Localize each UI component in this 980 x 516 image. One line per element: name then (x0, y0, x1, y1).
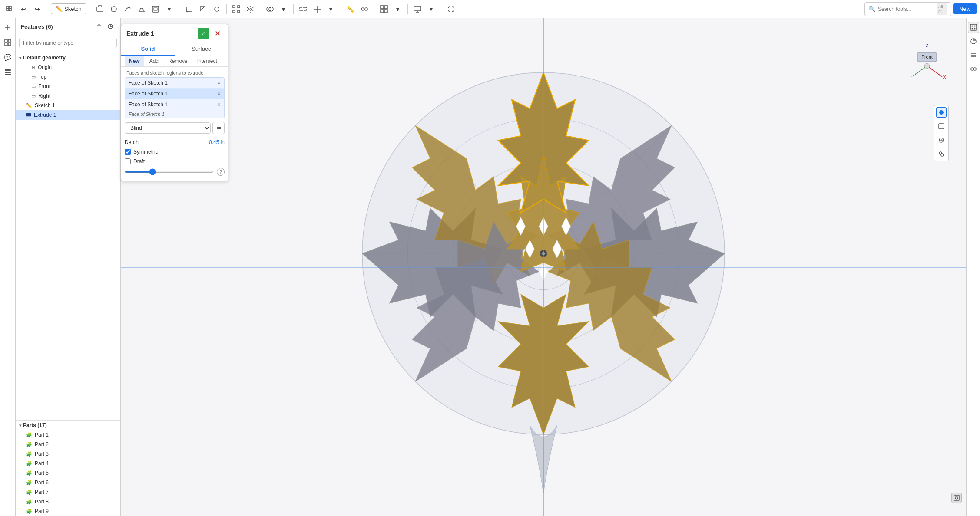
sweep-icon[interactable] (122, 3, 134, 15)
right-icon-materials[interactable] (968, 63, 979, 75)
part9-label: Part 9 (35, 508, 49, 514)
right-icon-display[interactable] (968, 22, 979, 33)
axis-icon[interactable] (311, 3, 323, 15)
type-tabs: Solid Surface (121, 43, 228, 56)
subtab-new[interactable]: New (125, 56, 144, 66)
tree-item-part8[interactable]: 🧩 Part 8 (16, 497, 120, 506)
more-features-icon[interactable]: ▾ (163, 3, 175, 15)
grid-icon[interactable] (3, 3, 16, 15)
tree-item-front[interactable]: ▭ Front (16, 82, 120, 91)
slider-row: ? (125, 166, 225, 177)
redo-icon[interactable]: ↪ (31, 3, 43, 15)
right-icon-appearance[interactable] (968, 36, 979, 47)
more-icon5[interactable]: ▾ (425, 3, 437, 15)
cancel-button[interactable]: ✕ (212, 28, 223, 39)
svg-rect-42 (26, 113, 31, 116)
display-icon[interactable] (411, 3, 424, 15)
tree-item-part4[interactable]: 🧩 Part 4 (16, 459, 120, 468)
tree-item-top[interactable]: ▭ Top (16, 72, 120, 82)
right-icon-properties[interactable] (968, 49, 979, 61)
sketch-button[interactable]: ✏️ Sketch (51, 3, 86, 14)
fullscreen-icon[interactable]: ⛶ (445, 3, 457, 15)
face-remove-2[interactable]: × (217, 90, 221, 97)
search-input[interactable] (878, 6, 934, 12)
mirror-icon[interactable] (244, 3, 256, 15)
zoom-fit-button[interactable] (951, 493, 962, 503)
face-item-1-label: Face of Sketch 1 (129, 80, 168, 86)
revolve-icon[interactable] (108, 3, 120, 15)
context-tool-3[interactable] (936, 135, 947, 145)
tree-item-extrude1[interactable]: Extrude 1 (16, 110, 120, 120)
depth-value[interactable]: 0.45 in (209, 139, 225, 145)
search-box[interactable]: 🔍 alt C (864, 2, 951, 16)
plane-icon[interactable] (297, 3, 309, 15)
history-icon[interactable] (106, 22, 115, 31)
orientation-gizmo[interactable]: Z X Front (905, 44, 940, 79)
loft-icon[interactable] (136, 3, 148, 15)
tree-section: ▾ Default geometry ⊕ Origin ▭ Top ▭ Fron… (16, 51, 120, 420)
face-item-2[interactable]: Face of Sketch 1 × (125, 89, 224, 99)
shell-icon[interactable] (149, 3, 162, 15)
flip-direction-button[interactable] (212, 122, 225, 134)
tree-item-part5[interactable]: 🧩 Part 5 (16, 468, 120, 478)
sep1 (47, 4, 47, 14)
hole-icon[interactable] (211, 3, 223, 15)
tree-item-part2[interactable]: 🧩 Part 2 (16, 440, 120, 449)
tree-item-part9[interactable]: 🧩 Part 9 (16, 506, 120, 516)
more-icon4[interactable]: ▾ (392, 3, 404, 15)
context-tool-1[interactable] (936, 107, 947, 118)
draft-checkbox[interactable] (125, 158, 131, 164)
tree-item-part1[interactable]: 🧩 Part 1 (16, 430, 120, 440)
chevron-icon: ▾ (19, 56, 21, 60)
tree-item-right[interactable]: ▭ Right (16, 91, 120, 101)
viewport[interactable]: Z X Front (121, 18, 966, 516)
view-icon[interactable] (378, 3, 390, 15)
svg-point-20 (365, 8, 368, 10)
filter-input[interactable] (19, 38, 117, 48)
tree-item-part6[interactable]: 🧩 Part 6 (16, 478, 120, 487)
front-label: Front (38, 83, 50, 89)
svg-rect-0 (7, 6, 9, 8)
pattern-icon[interactable] (230, 3, 242, 15)
tree-item-part3[interactable]: 🧩 Part 3 (16, 449, 120, 459)
tab-solid[interactable]: Solid (121, 43, 175, 56)
symmetric-checkbox[interactable] (125, 149, 131, 155)
depth-slider[interactable] (125, 171, 213, 173)
chamfer-icon[interactable] (197, 3, 209, 15)
extrude-icon[interactable] (94, 3, 106, 15)
confirm-button[interactable]: ✓ (198, 28, 209, 39)
svg-point-90 (973, 68, 976, 70)
part1-label: Part 1 (35, 432, 49, 438)
tab-surface[interactable]: Surface (175, 43, 228, 56)
tree-item-sketch1[interactable]: ✏️ Sketch 1 (16, 101, 120, 110)
face-remove-3[interactable]: × (217, 101, 221, 108)
face-item-1[interactable]: Face of Sketch 1 × (125, 78, 224, 89)
boolean-icon[interactable] (264, 3, 276, 15)
help-icon[interactable]: ? (217, 168, 225, 176)
features-panel-icon[interactable] (2, 66, 14, 78)
depth-type-select[interactable]: Blind (125, 122, 211, 134)
import-icon[interactable] (94, 22, 104, 31)
subtab-remove[interactable]: Remove (164, 56, 192, 66)
more-icon3[interactable]: ▾ (325, 3, 337, 15)
subtab-add[interactable]: Add (145, 56, 163, 66)
more-icon2[interactable]: ▾ (278, 3, 290, 15)
measure-icon[interactable]: 📏 (344, 3, 357, 15)
parts-icon[interactable] (2, 36, 14, 49)
mate-icon[interactable] (358, 3, 371, 15)
parts-header[interactable]: ▾ Parts (17) (16, 421, 120, 430)
default-geometry-header[interactable]: ▾ Default geometry (16, 53, 120, 62)
svg-point-70 (924, 63, 930, 69)
face-remove-1[interactable]: × (217, 79, 221, 86)
tree-item-part7[interactable]: 🧩 Part 7 (16, 487, 120, 497)
add-icon[interactable] (2, 22, 14, 34)
subtab-intersect[interactable]: Intersect (193, 56, 222, 66)
new-button[interactable]: New (953, 3, 977, 14)
fillet-icon[interactable] (183, 3, 195, 15)
comments-icon[interactable]: 💬 (2, 51, 14, 63)
undo-icon[interactable]: ↩ (17, 3, 30, 15)
context-tool-2[interactable] (936, 121, 947, 131)
context-tool-4[interactable] (936, 149, 947, 159)
face-item-3[interactable]: Face of Sketch 1 × (125, 99, 224, 110)
tree-item-origin[interactable]: ⊕ Origin (16, 62, 120, 72)
